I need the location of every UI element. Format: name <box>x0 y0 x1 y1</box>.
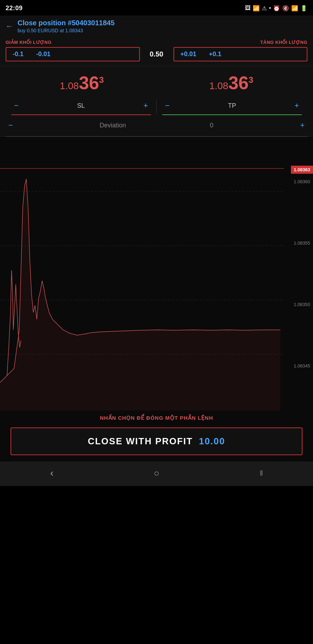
decrease-001-button[interactable]: -0.01 <box>30 48 57 61</box>
deviation-value: 0 <box>210 122 213 129</box>
nav-back-button[interactable]: ‹ <box>40 466 64 480</box>
deviation-label: Deviation <box>100 122 126 129</box>
increase-001-button[interactable]: +0.01 <box>174 48 203 61</box>
increase-box: +0.01 +0.1 <box>173 47 308 61</box>
price-level-3: 1.08350 <box>294 302 310 307</box>
ask-big: 36 <box>228 72 249 93</box>
price-level-4: 1.08345 <box>294 363 310 369</box>
tp-underline <box>162 114 302 115</box>
alert-icon: ⚠ <box>262 5 267 12</box>
sl-label: SL <box>77 102 85 109</box>
decrease-box: -0.1 -0.01 <box>6 47 140 61</box>
status-icons: 🖼 📶 ⚠ • ⏰ 🔇 📶 🔋 <box>245 5 307 12</box>
price-level-2: 1.08355 <box>294 240 310 246</box>
current-quantity: 0.50 <box>143 47 171 61</box>
price-section: 1.08 36 3 1.08 36 3 <box>0 66 313 97</box>
header-subtitle: buy 0.50 EURUSD at 1.08343 <box>18 28 115 33</box>
nav-home-button[interactable]: ○ <box>143 466 170 480</box>
tp-plus-button[interactable]: + <box>292 100 302 112</box>
deviation-minus-button[interactable]: − <box>6 119 16 131</box>
close-btn-text-white: CLOSE WITH PROFIT <box>88 436 193 446</box>
sltp-section: − SL + − TP + <box>6 97 307 114</box>
increase-label: TĂNG KHỐI LƯỢNG <box>260 40 307 45</box>
decrease-01-button[interactable]: -0.1 <box>6 48 30 61</box>
nav-menu-button[interactable]: ⦀ <box>249 467 273 479</box>
deviation-plus-button[interactable]: + <box>297 119 307 131</box>
price-chart <box>0 137 313 411</box>
battery-icon: 🔋 <box>300 5 307 12</box>
quantity-controls: -0.1 -0.01 0.50 +0.01 +0.1 <box>6 47 307 61</box>
tp-minus-button[interactable]: − <box>162 100 172 112</box>
bid-sup: 3 <box>99 75 104 85</box>
signal-icon: 📶 <box>253 5 260 12</box>
sl-underline <box>11 114 151 115</box>
nav-bar: ‹ ○ ⦀ <box>0 462 313 486</box>
price-level-1: 1.08360 <box>294 179 310 184</box>
wifi-icon: 📶 <box>291 5 298 12</box>
header-title: Close position #50403011845 <box>18 19 115 27</box>
header: ← Close position #50403011845 buy 0.50 E… <box>0 15 313 36</box>
sl-minus-button[interactable]: − <box>11 100 21 112</box>
mute-icon: 🔇 <box>282 5 289 12</box>
tp-underline-wrap <box>157 114 302 115</box>
sl-plus-button[interactable]: + <box>141 100 151 112</box>
tp-label: TP <box>228 102 236 109</box>
bottom-message: NHẤN CHỌN ĐỂ ĐÓNG MỘT PHẦN LỆNH <box>0 411 313 424</box>
close-profit-button[interactable]: CLOSE WITH PROFIT 10.00 <box>11 427 302 455</box>
close-btn-text-blue: 10.00 <box>199 436 225 446</box>
sl-underline-wrap <box>11 114 157 115</box>
decrease-label: GIẢM KHỐI LƯỢNG <box>6 40 52 45</box>
chart-y-labels: 1.08360 1.08355 1.08350 1.08345 <box>294 137 310 411</box>
back-button[interactable]: ← <box>6 22 13 31</box>
alarm-icon: ⏰ <box>273 5 280 12</box>
bid-big: 36 <box>79 72 99 93</box>
quantity-section: GIẢM KHỐI LƯỢNG TĂNG KHỐI LƯỢNG -0.1 -0.… <box>0 36 313 66</box>
ask-price: 1.08 36 3 <box>209 72 253 93</box>
header-text: Close position #50403011845 buy 0.50 EUR… <box>18 19 115 33</box>
close-button-section: CLOSE WITH PROFIT 10.00 <box>0 424 313 462</box>
status-bar: 22:09 🖼 📶 ⚠ • ⏰ 🔇 📶 🔋 <box>0 0 313 15</box>
image-icon: 🖼 <box>245 5 251 11</box>
tp-group: − TP + <box>157 100 302 114</box>
sl-group: − SL + <box>11 100 157 114</box>
sltp-underlines <box>6 114 307 115</box>
bid-prefix: 1.08 <box>60 80 79 92</box>
quantity-labels: GIẢM KHỐI LƯỢNG TĂNG KHỐI LƯỢNG <box>6 40 307 45</box>
dot-icon: • <box>269 5 271 11</box>
increase-01-button[interactable]: +0.1 <box>203 48 228 61</box>
chart-section: 1.08363 1.08360 1.08355 1.08350 1.08345 <box>0 137 313 411</box>
status-time: 22:09 <box>6 5 23 12</box>
ask-prefix: 1.08 <box>209 80 229 92</box>
bid-price: 1.08 36 3 <box>60 72 104 93</box>
deviation-section: − Deviation 0 + <box>0 115 313 137</box>
ask-sup: 3 <box>249 75 253 85</box>
